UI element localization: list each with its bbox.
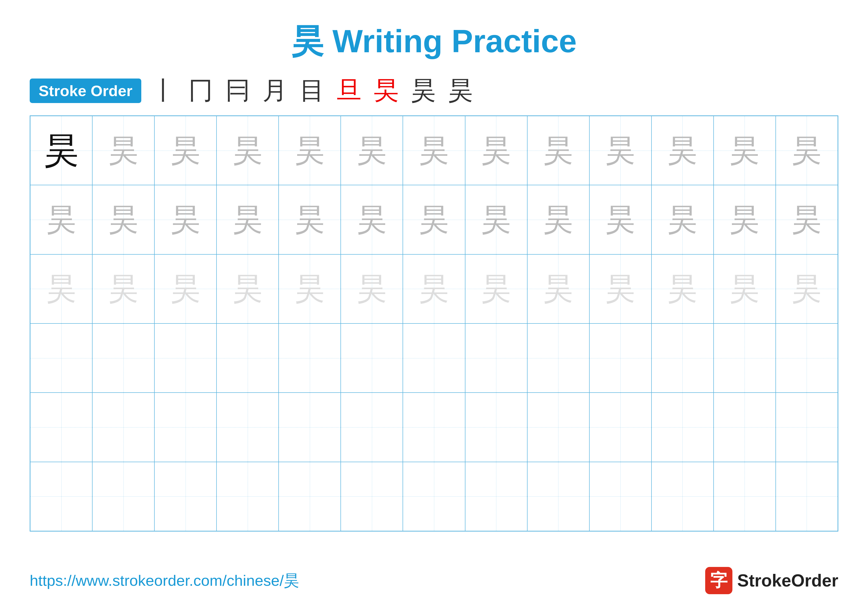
grid-cell[interactable] (30, 323, 92, 393)
practice-char: 昊 (668, 136, 697, 165)
grid-cell[interactable] (154, 393, 217, 462)
grid-cell[interactable]: 昊 (589, 254, 651, 323)
grid-cell[interactable]: 昊 (714, 254, 776, 323)
footer-url[interactable]: https://www.strokeorder.com/chinese/昊 (30, 570, 299, 591)
grid-cell[interactable] (714, 462, 776, 531)
practice-char: 昊 (108, 205, 138, 235)
grid-cell[interactable] (651, 323, 714, 393)
grid-cell[interactable]: 昊 (92, 185, 154, 254)
stroke-5: 目 (300, 78, 324, 103)
grid-cell[interactable]: 昊 (465, 116, 527, 185)
grid-cell[interactable] (279, 393, 341, 462)
footer: https://www.strokeorder.com/chinese/昊 字 … (30, 567, 838, 594)
grid-cell[interactable] (279, 462, 341, 531)
stroke-order-row: Stroke Order 丨 冂 冃 月 目 旦 旲 昊 昊 (30, 78, 838, 103)
grid-cell[interactable]: 昊 (92, 254, 154, 323)
grid-cell[interactable]: 昊 (403, 116, 465, 185)
grid-cell[interactable]: 昊 (217, 116, 279, 185)
grid-cell[interactable] (527, 462, 589, 531)
grid-cell[interactable] (341, 323, 403, 393)
practice-char: 昊 (606, 205, 635, 235)
grid-cell[interactable] (589, 462, 651, 531)
grid-cell[interactable]: 昊 (279, 116, 341, 185)
grid-cell[interactable]: 昊 (217, 185, 279, 254)
stroke-chars: 丨 冂 冃 月 目 旦 旲 昊 昊 (151, 78, 473, 103)
grid-cell[interactable] (714, 323, 776, 393)
grid-cell[interactable]: 昊 (651, 116, 714, 185)
grid-cell[interactable]: 昊 (776, 185, 838, 254)
grid-cell[interactable] (589, 323, 651, 393)
grid-cell[interactable]: 昊 (154, 116, 217, 185)
grid-cell[interactable]: 昊 (92, 116, 154, 185)
grid-cell[interactable] (217, 393, 279, 462)
grid-cell[interactable]: 昊 (776, 116, 838, 185)
grid-cell[interactable] (465, 323, 527, 393)
grid-cell[interactable]: 昊 (465, 254, 527, 323)
grid-cell[interactable]: 昊 (527, 116, 589, 185)
grid-cell[interactable] (279, 323, 341, 393)
grid-cell[interactable]: 昊 (341, 116, 403, 185)
grid-cell[interactable] (776, 393, 838, 462)
grid-cell[interactable]: 昊 (714, 185, 776, 254)
grid-cell[interactable]: 昊 (589, 185, 651, 254)
grid-cell[interactable] (30, 462, 92, 531)
grid-cell[interactable] (776, 462, 838, 531)
grid-cell[interactable] (403, 462, 465, 531)
footer-logo: 字 StrokeOrder (705, 567, 838, 594)
grid-cell[interactable] (776, 323, 838, 393)
grid-cell[interactable]: 昊 (465, 185, 527, 254)
grid-cell[interactable] (651, 462, 714, 531)
practice-char: 昊 (792, 136, 822, 165)
grid-cell[interactable]: 昊 (403, 185, 465, 254)
practice-char: 昊 (295, 205, 325, 235)
grid-cell[interactable]: 昊 (279, 185, 341, 254)
grid-cell[interactable] (341, 462, 403, 531)
grid-cell[interactable] (527, 393, 589, 462)
grid-cell[interactable] (30, 393, 92, 462)
grid-cell[interactable]: 昊 (341, 254, 403, 323)
grid-cell[interactable]: 昊 (341, 185, 403, 254)
grid-cell[interactable] (154, 323, 217, 393)
grid-cell[interactable]: 昊 (217, 254, 279, 323)
grid-cell[interactable]: 昊 (30, 185, 92, 254)
grid-cell[interactable]: 昊 (527, 185, 589, 254)
grid-cell[interactable] (92, 323, 154, 393)
grid-cell[interactable]: 昊 (403, 254, 465, 323)
grid-cell[interactable] (651, 393, 714, 462)
practice-char: 昊 (419, 136, 449, 165)
grid-cell[interactable]: 昊 (154, 254, 217, 323)
grid-cell[interactable]: 昊 (30, 116, 92, 185)
grid-cell[interactable]: 昊 (651, 185, 714, 254)
grid-cell[interactable] (92, 393, 154, 462)
grid-cell[interactable] (341, 393, 403, 462)
grid-cell[interactable] (403, 393, 465, 462)
grid-cell[interactable]: 昊 (30, 254, 92, 323)
grid-cell[interactable]: 昊 (776, 254, 838, 323)
grid-cell[interactable]: 昊 (154, 185, 217, 254)
practice-char: 昊 (357, 205, 387, 235)
practice-char: 昊 (606, 274, 635, 304)
practice-char: 昊 (233, 136, 262, 165)
grid-cell[interactable]: 昊 (714, 116, 776, 185)
practice-char: 昊 (419, 205, 449, 235)
grid-cell[interactable] (217, 462, 279, 531)
grid-cell[interactable] (217, 323, 279, 393)
grid-cell[interactable] (527, 323, 589, 393)
grid-cell[interactable]: 昊 (279, 254, 341, 323)
practice-char: 昊 (543, 274, 573, 304)
grid-cell[interactable]: 昊 (589, 116, 651, 185)
grid-cell[interactable] (92, 462, 154, 531)
grid-cell[interactable] (154, 462, 217, 531)
practice-char: 昊 (233, 205, 262, 235)
grid-cell[interactable]: 昊 (651, 254, 714, 323)
stroke-9: 昊 (448, 78, 473, 103)
grid-cell[interactable]: 昊 (527, 254, 589, 323)
stroke-3: 冃 (225, 78, 250, 103)
grid-cell[interactable] (589, 393, 651, 462)
grid-cell[interactable] (714, 393, 776, 462)
grid-cell[interactable] (403, 323, 465, 393)
practice-char: 昊 (481, 136, 511, 165)
grid-cell[interactable] (465, 393, 527, 462)
grid-cell[interactable] (465, 462, 527, 531)
practice-char: 昊 (792, 274, 822, 304)
